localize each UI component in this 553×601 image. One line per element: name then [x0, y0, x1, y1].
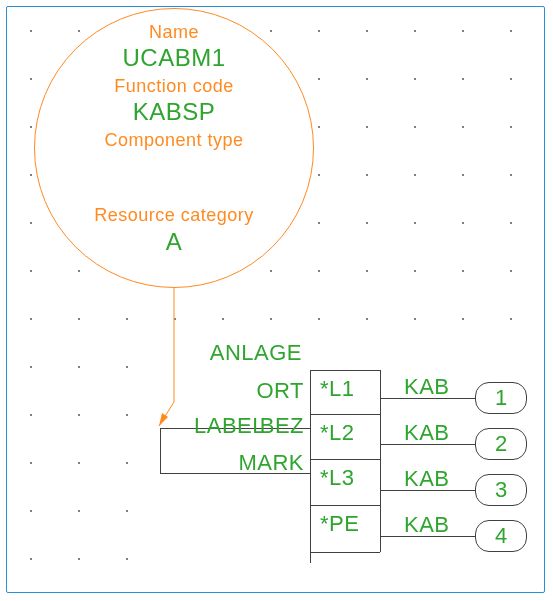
diagram-canvas: Name UCABM1 Function code KABSP Componen…	[0, 0, 553, 601]
bus-sep	[310, 414, 380, 415]
pin-star: *L3	[320, 465, 355, 491]
pin-name: KAB	[404, 466, 450, 492]
anlage-label: ANLAGE	[210, 340, 302, 366]
pin-star: *L2	[320, 420, 355, 446]
comp-label: Component type	[104, 130, 243, 151]
pin-name: KAB	[404, 374, 450, 400]
pin-star: *PE	[320, 511, 359, 537]
ort-label: ORT	[256, 378, 304, 404]
res-label: Resource category	[94, 205, 254, 226]
pin-number: 2	[475, 431, 527, 457]
name-value: UCABM1	[122, 44, 225, 72]
name-label: Name	[149, 22, 199, 43]
pin-star: *L1	[320, 376, 355, 402]
label-label: LABEL	[194, 413, 265, 439]
bus-sep	[310, 552, 380, 553]
func-value: KABSP	[133, 98, 216, 126]
res-value: A	[166, 228, 183, 256]
bus-sep	[310, 459, 380, 460]
pin-name: KAB	[404, 512, 450, 538]
pin-number: 3	[475, 477, 527, 503]
bus-sep	[310, 505, 380, 506]
bez-label: BEZ	[260, 413, 304, 439]
func-label: Function code	[114, 76, 234, 97]
bus-sep	[310, 370, 380, 371]
pin-name: KAB	[404, 420, 450, 446]
pin-number: 1	[475, 385, 527, 411]
mark-label: MARK	[238, 450, 304, 476]
pin-bus-vline	[310, 370, 311, 563]
spine-left	[160, 428, 161, 473]
pin-number: 4	[475, 523, 527, 549]
